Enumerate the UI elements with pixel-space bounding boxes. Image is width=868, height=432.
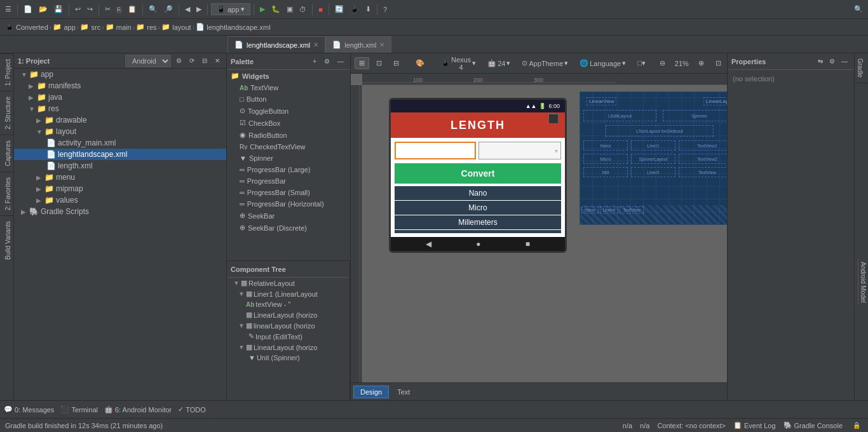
right-tab-gradle[interactable]: Gradle — [855, 53, 868, 83]
android-monitor-tab[interactable]: 🤖 6: Android Monitor — [104, 405, 172, 414]
comp-linearlayout2[interactable]: ▼ ▦ LinearLayout (horizo — [227, 342, 349, 353]
palette-search-btn[interactable]: ⚙ — [322, 57, 332, 66]
copy-btn[interactable]: ⎘ — [114, 4, 124, 15]
avd-btn[interactable]: 📱 — [348, 4, 362, 15]
sidebar-tab-favorites[interactable]: 2: Favorites — [0, 172, 13, 215]
palette-checkedtextview[interactable]: Rv CheckedTextView — [227, 141, 350, 152]
sync-btn[interactable]: 🔄 — [332, 4, 346, 15]
open-btn[interactable]: 📂 — [36, 4, 50, 15]
search-btn[interactable]: 🔍 — [146, 4, 160, 15]
comp-linearlayout-input[interactable]: ▼ ▦ linearLayout (horizo — [227, 320, 349, 331]
todo-tab[interactable]: ✓ TODO — [178, 405, 206, 414]
breadcrumb-app[interactable]: 📁 app — [53, 23, 75, 31]
tree-gradle-scripts[interactable]: ▶ 🐘 Gradle Scripts — [14, 206, 226, 217]
palette-add-btn[interactable]: + — [310, 57, 319, 66]
palette-seekbar-discrete[interactable]: ⊕ SeekBar (Discrete) — [227, 222, 350, 234]
palette-progressbar-horizontal[interactable]: ═ ProgressBar (Horizontal) — [227, 198, 350, 210]
tab2-close-btn[interactable]: ✕ — [379, 41, 384, 48]
back-btn[interactable]: ◀ — [182, 4, 193, 15]
cut-btn[interactable]: ✂ — [102, 4, 113, 15]
comp-input-edittext[interactable]: ✎ Input (EditText) — [227, 331, 349, 342]
tab-close-btn[interactable]: ✕ — [313, 41, 318, 48]
palette-close-btn[interactable]: — — [335, 57, 346, 66]
messages-tab[interactable]: 💬 0: Messages — [4, 405, 54, 414]
global-search-btn[interactable]: 🔍 — [851, 4, 865, 15]
tree-manifests[interactable]: ▶ 📁 manifests — [14, 80, 226, 91]
android-model-tab[interactable]: Android Model — [858, 259, 868, 305]
sidebar-tab-captures[interactable]: Captures — [0, 135, 13, 172]
comp-unit-spinner[interactable]: ▼ Unit (Spinner) — [227, 353, 349, 363]
breadcrumb-project[interactable]: 📱 Converted — [5, 23, 48, 31]
palette-button[interactable]: □ Button — [227, 93, 350, 105]
palette-spinner[interactable]: ▼ Spinner — [227, 152, 350, 164]
palette-progressbar-large[interactable]: ═ ProgressBar (Large) — [227, 164, 350, 175]
tab-text[interactable]: Text — [390, 386, 417, 398]
palette-seekbar[interactable]: ⊕ SeekBar — [227, 210, 350, 222]
stop-btn[interactable]: ■ — [316, 4, 325, 15]
new-btn[interactable]: 📄 — [21, 4, 35, 15]
sidebar-tab-project[interactable]: 1: Project — [0, 53, 13, 91]
android-dropdown[interactable]: Android Project — [125, 55, 171, 67]
close-panel-icon[interactable]: ✕ — [212, 56, 222, 65]
gradle-console-btn[interactable]: 🐘 Gradle Console — [783, 421, 843, 429]
app-selector[interactable]: 📱 app ▾ — [211, 3, 250, 15]
breadcrumb-layout[interactable]: 📁 layout — [161, 23, 191, 31]
breadcrumb-file[interactable]: 📄 lenghtlandscape.xml — [196, 23, 270, 31]
lock-btn[interactable]: 🔒 — [850, 421, 863, 430]
comp-liner1[interactable]: ▼ ▦ Liner1 (LinearLayout — [227, 288, 349, 299]
convert-button[interactable]: Convert — [395, 163, 561, 184]
help-btn[interactable]: ? — [381, 4, 390, 15]
value-input[interactable] — [395, 142, 476, 159]
coverage-btn[interactable]: ▣ — [284, 4, 295, 15]
tree-layout[interactable]: ▼ 📁 layout — [14, 126, 226, 137]
forward-btn[interactable]: ▶ — [194, 4, 204, 15]
sidebar-tab-build-variants[interactable]: Build Variants — [0, 215, 13, 265]
menu-btn[interactable]: ☰ — [3, 4, 14, 15]
zoom-fit-btn[interactable]: ⊡ — [711, 57, 726, 69]
profile-btn[interactable]: ⏱ — [297, 4, 309, 15]
props-expand-btn[interactable]: ⇆ — [815, 57, 825, 66]
tree-length[interactable]: 📄 length.xml — [14, 160, 226, 172]
view-both-btn[interactable]: ⊟ — [389, 57, 403, 69]
palette-progressbar-small[interactable]: ═ ProgressBar (Small) — [227, 187, 350, 198]
find-btn[interactable]: 🔎 — [161, 4, 175, 15]
zoom-out-btn[interactable]: ⊖ — [655, 57, 670, 69]
collapse-icon[interactable]: ⊟ — [200, 56, 210, 65]
tab-design[interactable]: Design — [353, 386, 389, 398]
comp-textview[interactable]: Ab textView - " — [227, 299, 349, 309]
palette-progressbar[interactable]: ═ ProgressBar — [227, 175, 350, 187]
sdk-btn[interactable]: ⬇ — [363, 4, 374, 15]
device-selector[interactable]: 📱 Nexus 4 ▾ — [437, 54, 480, 73]
palette-togglebutton[interactable]: ⊙ ToggleButton — [227, 105, 350, 117]
tree-drawable[interactable]: ▶ 📁 drawable — [14, 114, 226, 126]
comp-relativelayout[interactable]: ▼ ▦ RelativeLayout — [227, 278, 349, 288]
breadcrumb-res[interactable]: 📁 res — [136, 23, 156, 31]
zoom-in-btn[interactable]: ⊕ — [694, 57, 709, 69]
tree-res[interactable]: ▼ 📁 res — [14, 103, 226, 114]
palette-checkbox[interactable]: ☑ CheckBox — [227, 117, 350, 129]
comp-linearlayout1[interactable]: ▦ LinearLayout (horizo — [227, 309, 349, 320]
view-blueprint-btn[interactable]: ⊡ — [372, 57, 386, 69]
tree-lenghtlandscape[interactable]: 📄 lenghtlandscape.xml — [14, 149, 226, 160]
theme-selector[interactable]: ⊙ AppTheme ▾ — [517, 57, 573, 69]
palette-radiobutton[interactable]: ◉ RadioButton — [227, 129, 350, 141]
language-selector[interactable]: 🌐 Language ▾ — [575, 57, 630, 69]
props-close-btn[interactable]: — — [839, 57, 850, 66]
props-settings-btn[interactable]: ⚙ — [827, 57, 837, 66]
run-btn[interactable]: ▶ — [257, 4, 268, 15]
view-design-btn[interactable]: ⊞ — [355, 57, 369, 69]
tree-values[interactable]: ▶ 📁 values — [14, 194, 226, 206]
redo-btn[interactable]: ↪ — [85, 4, 95, 15]
tree-mipmap[interactable]: ▶ 📁 mipmap — [14, 183, 226, 194]
tree-java[interactable]: ▶ 📁 java — [14, 91, 226, 103]
breadcrumb-main[interactable]: 📁 main — [105, 23, 132, 31]
breadcrumb-src[interactable]: 📁 src — [80, 23, 100, 31]
tree-app[interactable]: ▼ 📁 app — [14, 69, 226, 80]
terminal-tab[interactable]: ⬛ Terminal — [60, 405, 98, 414]
tab-lenghtlandscape[interactable]: 📄 lenghtlandscape.xml ✕ — [227, 36, 325, 53]
sidebar-tab-structure[interactable]: 2: Structure — [0, 91, 13, 135]
orientation-btn[interactable]: □▾ — [633, 57, 650, 69]
palette-textview[interactable]: Ab TextView — [227, 82, 350, 93]
sync-project-icon[interactable]: ⟳ — [187, 56, 197, 65]
event-log-btn[interactable]: 📋 Event Log — [733, 421, 776, 429]
